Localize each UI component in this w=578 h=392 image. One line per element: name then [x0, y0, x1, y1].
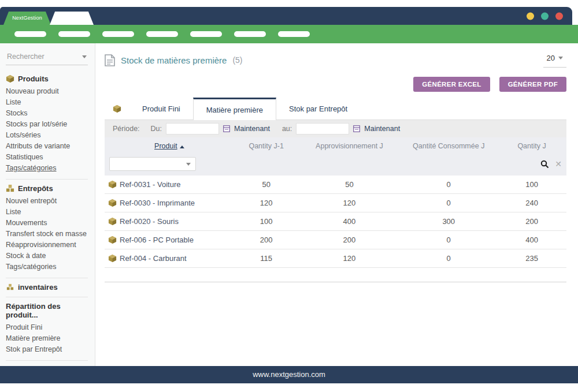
- column-header-qantity-j1[interactable]: Qantity J-1: [234, 137, 299, 155]
- sidebar-item-tags-categories-entrepots[interactable]: Tags/catégories: [6, 262, 88, 272]
- product-link[interactable]: Ref-004 - Carburant: [120, 254, 187, 263]
- warehouse-icon: [6, 184, 14, 193]
- sidebar-section-inventaires: inventaires: [6, 278, 88, 297]
- page-size-select[interactable]: 20: [543, 53, 566, 68]
- sidebar-item-produit-fini[interactable]: Produit Fini: [6, 322, 88, 333]
- search-icon[interactable]: [540, 160, 549, 169]
- window-dot-red[interactable]: [555, 12, 563, 20]
- window-dot-teal[interactable]: [541, 12, 549, 20]
- nav-pill-4[interactable]: [146, 31, 178, 37]
- nav-pill-2[interactable]: [58, 31, 90, 37]
- box-icon: [6, 74, 14, 83]
- box-icon: [108, 180, 117, 189]
- product-filter-select[interactable]: [109, 157, 196, 171]
- sidebar-item-stock-a-date[interactable]: Stock à date: [6, 251, 88, 262]
- cell-consommee: 300: [400, 212, 497, 231]
- sidebar-item-nouveau-produit[interactable]: Nouveau produit: [6, 86, 88, 97]
- cell-approvisionnement: 200: [299, 231, 401, 249]
- sidebar-item-lots-series[interactable]: Lots/séries: [6, 130, 88, 141]
- sidebar-header-entrepots: Entrepôts: [6, 184, 88, 193]
- window-dot-yellow[interactable]: [527, 12, 534, 20]
- footer-bar: www.nextgestion.com: [0, 366, 578, 383]
- cell-qantity-j: 400: [497, 231, 566, 249]
- column-header-approvisionnement[interactable]: Approvisionnement J: [299, 137, 401, 155]
- nav-pill-5[interactable]: [190, 31, 222, 37]
- nav-pill-3[interactable]: [102, 31, 134, 37]
- brand-tab[interactable]: NextGestion: [3, 12, 51, 25]
- sidebar-header-produits: Produits: [6, 74, 88, 83]
- sidebar: Rechercher Produits Nouveau produit List…: [0, 43, 95, 366]
- product-link[interactable]: Ref-006 - PC Portable: [120, 236, 194, 244]
- cell-approvisionnement: 400: [299, 212, 401, 231]
- ghost-tab[interactable]: [50, 12, 94, 25]
- cell-qantity-j1: 50: [234, 176, 299, 194]
- table-header-row: Produit Qantity J-1 Approvisionnement J …: [105, 137, 566, 155]
- page-title: Stock de matières première: [121, 55, 227, 65]
- column-header-qantity-j[interactable]: Qantity J: [497, 137, 566, 155]
- sidebar-section-entrepots: Entrepôts Nouvel entrepôt Liste Mouvemen…: [6, 180, 88, 278]
- nav-pill-7[interactable]: [278, 31, 310, 37]
- table-row[interactable]: Ref-0031 - Voiture 50 50 0 100: [105, 176, 566, 194]
- tab-matiere-premiere[interactable]: Matière première: [193, 98, 276, 120]
- sidebar-item-mouvements[interactable]: Mouvements: [6, 218, 88, 229]
- product-link[interactable]: Ref-0020 - Souris: [120, 217, 179, 226]
- footer-url: www.nextgestion.com: [253, 370, 325, 379]
- product-link[interactable]: Ref-0031 - Voiture: [120, 180, 181, 189]
- sidebar-item-matiere-premiere[interactable]: Matière première: [6, 333, 88, 344]
- cell-consommee: 0: [400, 249, 497, 268]
- sidebar-item-liste-produits[interactable]: Liste: [6, 97, 88, 108]
- sidebar-item-stocks-lot-serie[interactable]: Stocks par lot/série: [6, 119, 88, 130]
- cell-consommee: 0: [400, 194, 497, 212]
- table-row[interactable]: Ref-006 - PC Portable 200 200 0 400: [105, 231, 566, 249]
- sidebar-item-reapprovisionnement[interactable]: Réapprovisionnement: [6, 240, 88, 251]
- chevron-down-icon: [82, 55, 87, 58]
- cell-approvisionnement: 50: [299, 176, 401, 194]
- box-icon: [108, 236, 117, 244]
- table-row[interactable]: Ref-004 - Carburant 115 120 0 235: [105, 249, 566, 268]
- column-header-consommee[interactable]: Qantité Consommée J: [400, 137, 497, 155]
- box-icon: [108, 254, 117, 263]
- date-to-input[interactable]: [296, 123, 349, 135]
- tab-produit-fini[interactable]: Produit Fini: [129, 98, 193, 120]
- generate-pdf-button[interactable]: GÉNÉRER PDF: [499, 77, 566, 92]
- generate-excel-button[interactable]: GÉNÉRER EXCEL: [413, 77, 490, 92]
- tab-stok-par-entrepot[interactable]: Stok par Entrepôt: [276, 98, 360, 120]
- sidebar-item-stocks[interactable]: Stocks: [6, 108, 88, 119]
- sidebar-item-liste-entrepots[interactable]: Liste: [6, 207, 88, 218]
- sidebar-item-attributs-variante[interactable]: Attributs de variante: [6, 141, 88, 152]
- periode-label: Période:: [113, 125, 140, 133]
- product-link[interactable]: Ref-0030 - Imprimante: [120, 199, 195, 207]
- cell-consommee: 0: [400, 231, 497, 249]
- sidebar-item-tags-categories-produits[interactable]: Tags/catégories: [6, 163, 88, 174]
- table-row[interactable]: Ref-0020 - Souris 100 400 300 200: [105, 212, 566, 231]
- cell-qantity-j1: 120: [234, 194, 299, 212]
- date-from-input[interactable]: [166, 123, 219, 135]
- table-row[interactable]: Ref-0030 - Imprimante 120 120 0 240: [105, 194, 566, 212]
- cell-qantity-j: 235: [497, 249, 566, 268]
- window-controls: [527, 12, 563, 20]
- clear-filter-icon[interactable]: ✕: [555, 159, 562, 169]
- now-link-from[interactable]: Maintenant: [234, 125, 270, 133]
- sidebar-item-nouvel-entrepot[interactable]: Nouvel entrepôt: [6, 196, 88, 207]
- blocks-icon: [6, 283, 14, 292]
- box-icon: [113, 104, 121, 113]
- sidebar-header-inventaires[interactable]: inventaires: [6, 283, 88, 292]
- sidebar-item-stok-par-entrepot[interactable]: Stok par Entrepôt: [6, 344, 88, 355]
- nav-pill-1[interactable]: [14, 31, 46, 37]
- now-link-to[interactable]: Maintenant: [364, 125, 400, 133]
- column-header-produit[interactable]: Produit: [105, 137, 234, 155]
- page-size-value: 20: [547, 54, 555, 62]
- cell-qantity-j1: 200: [234, 231, 299, 249]
- nav-pill-6[interactable]: [234, 31, 266, 37]
- cell-consommee: 0: [400, 176, 497, 194]
- sidebar-item-statistiques[interactable]: Statistiques: [6, 152, 88, 163]
- sidebar-search-select[interactable]: Rechercher: [6, 51, 88, 65]
- sidebar-header-repartition[interactable]: Répartition des produit...: [6, 302, 88, 319]
- sidebar-item-transfert-stock[interactable]: Transfert stock en masse: [6, 229, 88, 240]
- sidebar-section-repartition: Répartition des produit... Produit Fini …: [6, 297, 88, 361]
- cell-approvisionnement: 120: [299, 249, 401, 268]
- calendar-icon[interactable]: [223, 125, 230, 132]
- calendar-icon[interactable]: [353, 125, 360, 132]
- export-actions: GÉNÉRER EXCEL GÉNÉRER PDF: [105, 77, 566, 92]
- table-end-divider: [105, 282, 566, 282]
